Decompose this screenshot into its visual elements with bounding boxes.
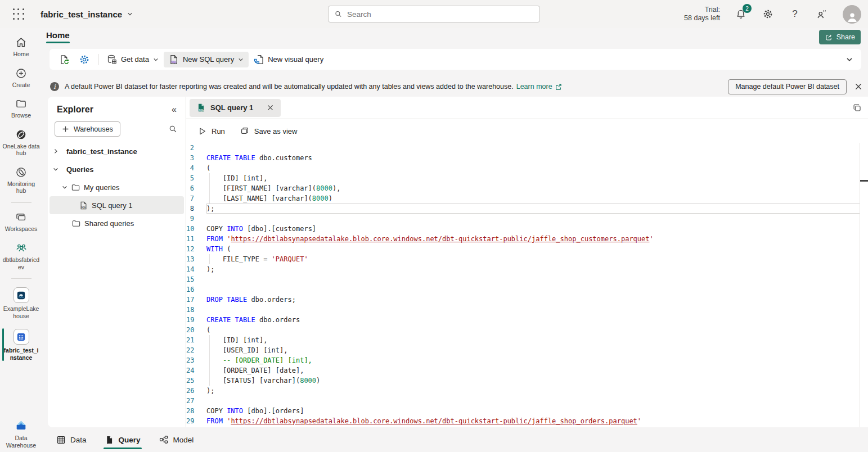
- line-number: 10: [186, 224, 206, 234]
- code-line[interactable]: 6 [FIRST_NAME] [varchar](8000),: [186, 183, 868, 193]
- nav-create[interactable]: Create: [2, 64, 41, 92]
- footer-tab-model[interactable]: Model: [158, 427, 195, 452]
- code-line[interactable]: 3CREATE TABLE dbo.customers: [186, 153, 868, 163]
- line-number: 4: [186, 163, 206, 173]
- get-data-button[interactable]: Get data: [102, 52, 164, 67]
- help-button[interactable]: ?: [789, 8, 801, 20]
- copy-button[interactable]: [852, 103, 862, 113]
- toolbar-divider: [98, 54, 98, 65]
- tree-item-shared-queries[interactable]: Shared queries: [48, 214, 186, 232]
- folder-icon: [71, 219, 81, 228]
- code-line[interactable]: 21 [ID] [int],: [186, 335, 868, 345]
- learn-more-link[interactable]: Learn more: [516, 83, 562, 91]
- nav-home[interactable]: Home: [2, 33, 41, 61]
- nav-onelake-data-hub[interactable]: OneLake data hub: [2, 125, 41, 160]
- code-line[interactable]: 27: [186, 396, 868, 406]
- tab-home[interactable]: Home: [46, 30, 70, 43]
- people-group-icon: [15, 242, 28, 254]
- code-line[interactable]: 28COPY INTO [dbo].[orders]: [186, 406, 868, 416]
- code-line[interactable]: 23 -- [ORDER_DATE] [int],: [186, 355, 868, 365]
- feedback-button[interactable]: [816, 8, 828, 20]
- code-line[interactable]: 22 [USER_ID] [int],: [186, 345, 868, 355]
- code-line[interactable]: 24 [ORDER_DATE] [date],: [186, 365, 868, 376]
- line-number: 3: [186, 153, 206, 163]
- line-number: 14: [186, 264, 206, 274]
- collapse-explorer-button[interactable]: «: [172, 105, 177, 115]
- search-input[interactable]: [347, 10, 534, 19]
- app-launcher-waffle-icon[interactable]: [12, 8, 25, 20]
- nav-monitoring-hub[interactable]: Monitoring hub: [2, 162, 41, 198]
- query-actions-row: Run Save as view: [186, 119, 868, 143]
- footer-tab-data[interactable]: Data: [55, 427, 88, 452]
- query-tabstrip: SQL SQL query 1: [186, 97, 868, 119]
- chevron-down-icon[interactable]: [61, 184, 68, 191]
- code-line[interactable]: 16: [186, 284, 868, 295]
- run-button[interactable]: Run: [194, 124, 228, 138]
- new-visual-query-button[interactable]: New visual query: [249, 52, 328, 67]
- settings-button[interactable]: [762, 8, 774, 20]
- code-line[interactable]: 13 FILE_TYPE = 'PARQUET': [186, 254, 868, 264]
- nav-workspaces[interactable]: Workspaces: [2, 207, 41, 236]
- tree-item-warehouse-root[interactable]: fabric_test_instance: [48, 142, 186, 160]
- close-tab-button[interactable]: [267, 104, 274, 111]
- code-line[interactable]: 15: [186, 274, 868, 284]
- warehouse-settings-button[interactable]: [74, 52, 95, 67]
- code-text: [206, 396, 860, 406]
- explorer-title: Explorer: [57, 105, 93, 115]
- code-line[interactable]: 20(: [186, 325, 868, 335]
- nav-browse[interactable]: Browse: [2, 94, 41, 123]
- feedback-icon: [816, 8, 828, 20]
- code-line[interactable]: 17DROP TABLE dbo.orders;: [186, 295, 868, 305]
- nav-item-examplelakehouse[interactable]: ExampleLakehouse: [2, 283, 41, 323]
- footer-tab-query[interactable]: Query: [104, 427, 142, 452]
- warehouse-tile-icon: [14, 329, 29, 345]
- code-line[interactable]: 25 [STATUS] [varchar](8000): [186, 376, 868, 386]
- tree-item-queries[interactable]: Queries: [48, 160, 186, 178]
- line-number: 22: [186, 345, 206, 355]
- workspace-switcher[interactable]: fabric_test_instance: [41, 10, 133, 19]
- code-line[interactable]: 5 [ID] [int],: [186, 173, 868, 183]
- sql-code-editor[interactable]: 23CREATE TABLE dbo.customers4(5 [ID] [in…: [186, 143, 868, 427]
- share-button[interactable]: Share: [819, 30, 861, 44]
- svg-text:SQL: SQL: [199, 109, 204, 111]
- code-line[interactable]: 26);: [186, 386, 868, 396]
- monitoring-icon: [15, 166, 27, 178]
- line-number: 15: [186, 274, 206, 284]
- manage-default-dataset-button[interactable]: Manage default Power BI dataset: [728, 79, 847, 94]
- code-line[interactable]: 12WITH (: [186, 244, 868, 254]
- table-grid-icon: [56, 435, 66, 445]
- code-line[interactable]: 8);: [186, 204, 868, 214]
- folder-icon: [15, 98, 27, 110]
- code-line[interactable]: 2: [186, 143, 868, 153]
- save-as-view-button[interactable]: Save as view: [236, 124, 301, 138]
- notifications-button[interactable]: 2: [735, 8, 747, 20]
- code-line[interactable]: 18: [186, 305, 868, 315]
- tree-item-sql-query-1[interactable]: SQL SQL query 1: [50, 196, 184, 214]
- banner-close-button[interactable]: [854, 83, 862, 91]
- user-avatar[interactable]: [843, 5, 861, 24]
- code-line[interactable]: 14);: [186, 264, 868, 274]
- nav-item-fabric-test-instance[interactable]: fabric_test_instance: [2, 325, 41, 364]
- code-line[interactable]: 29FROM 'https://dbtlabsynapsedatalake.bl…: [186, 416, 868, 426]
- code-line[interactable]: 11FROM 'https://dbtlabsynapsedatalake.bl…: [186, 234, 868, 244]
- code-line[interactable]: 7 [LAST_NAME] [varchar](8000): [186, 193, 868, 204]
- chevron-right-icon[interactable]: [52, 148, 59, 155]
- nav-data-warehouse[interactable]: Data Warehouse: [0, 418, 42, 449]
- tree-item-my-queries[interactable]: My queries: [48, 178, 186, 196]
- code-line[interactable]: 4(: [186, 163, 868, 173]
- nav-workspace-dbtlabsfabricdev[interactable]: dbtlabsfabricdev: [2, 238, 41, 274]
- code-line[interactable]: 10COPY INTO [dbo].[customers]: [186, 224, 868, 234]
- toolbar-expand-button[interactable]: [845, 56, 853, 64]
- chevron-down-icon[interactable]: [52, 166, 59, 173]
- line-number: 25: [186, 376, 206, 386]
- new-sql-query-button[interactable]: SQL New SQL query: [164, 52, 249, 67]
- refresh-button[interactable]: [54, 52, 74, 67]
- line-number: 24: [186, 365, 206, 376]
- line-number: 28: [186, 406, 206, 416]
- code-line[interactable]: 9: [186, 214, 868, 224]
- query-tab-sql-query-1[interactable]: SQL SQL query 1: [190, 99, 281, 117]
- new-warehouses-button[interactable]: Warehouses: [55, 121, 120, 137]
- code-line[interactable]: 19CREATE TABLE dbo.orders: [186, 315, 868, 325]
- global-search[interactable]: [328, 6, 540, 22]
- explorer-search-icon[interactable]: [168, 124, 178, 134]
